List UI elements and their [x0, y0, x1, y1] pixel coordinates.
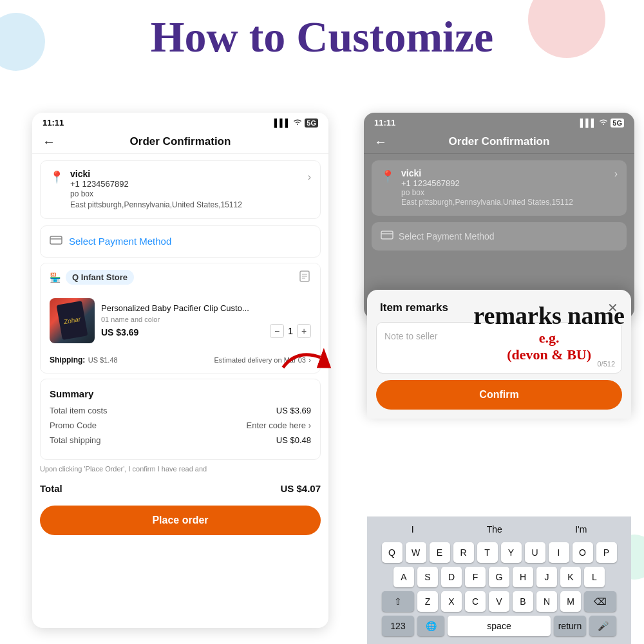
right-customer-phone: +1 1234567892 — [401, 178, 614, 188]
qty-value: 1 — [288, 326, 293, 336]
remarks-confirm-button[interactable]: Confirm — [376, 380, 622, 410]
right-payment-label: Select Payment Method — [399, 231, 495, 242]
disclaimer-text: Upon clicking 'Place Order', I confirm I… — [40, 465, 321, 473]
suggestion-the[interactable]: The — [480, 522, 509, 537]
qty-increase-button[interactable]: + — [297, 324, 311, 338]
key-q[interactable]: Q — [382, 542, 402, 563]
key-c[interactable]: C — [465, 591, 486, 612]
left-back-button[interactable]: ← — [43, 135, 55, 149]
left-status-icons: ▌▌▌ 5G — [274, 118, 318, 128]
qty-decrease-button[interactable]: − — [270, 324, 284, 338]
payment-icon — [50, 235, 62, 248]
key-globe[interactable]: 🌐 — [417, 616, 444, 636]
place-order-button[interactable]: Place order — [40, 506, 321, 535]
key-k[interactable]: K — [560, 567, 581, 587]
customer-name: vicki — [70, 169, 308, 179]
summary-promo-val[interactable]: Enter code here › — [247, 421, 311, 430]
key-n[interactable]: N — [536, 591, 557, 612]
key-g[interactable]: G — [489, 567, 509, 587]
keyboard-row-3: ⇧ Z X C V B N M ⌫ — [370, 591, 629, 612]
keyboard-row-2: A S D F G H J K L — [370, 567, 629, 587]
address-section[interactable]: 📍 vicki +1 1234567892 po box East pittsb… — [40, 160, 321, 219]
key-z[interactable]: Z — [417, 591, 438, 612]
product-img-label: Zohar — [57, 301, 88, 340]
payment-section[interactable]: Select Payment Method — [40, 225, 321, 258]
quantity-control[interactable]: − 1 + — [270, 324, 311, 338]
key-u[interactable]: U — [525, 542, 545, 563]
location-icon: 📍 — [50, 170, 64, 184]
suggestion-i[interactable]: I — [405, 522, 421, 537]
page-title: How to Customize — [151, 12, 494, 62]
key-shift[interactable]: ⇧ — [382, 591, 414, 612]
right-location-icon: 📍 — [381, 169, 395, 184]
key-l[interactable]: L — [584, 567, 605, 587]
summary-item-costs-val: US $3.69 — [276, 406, 311, 415]
key-b[interactable]: B — [513, 591, 533, 612]
right-status-bar: 11:11 ▌▌▌ 5G — [364, 113, 634, 130]
right-status-icons: ▌▌▌ 5G — [580, 118, 624, 128]
key-w[interactable]: W — [406, 542, 426, 563]
keyboard-bottom-row: 123 🌐 space return 🎤 — [370, 616, 629, 636]
key-m[interactable]: M — [560, 591, 581, 612]
note-icon[interactable] — [298, 270, 311, 285]
key-return[interactable]: return — [554, 616, 586, 636]
key-d[interactable]: D — [441, 567, 462, 587]
left-status-bar: 11:11 ▌▌▌ 5G — [32, 113, 328, 130]
summary-title: Summary — [50, 388, 311, 399]
key-h[interactable]: H — [513, 567, 533, 587]
right-signal-icon: ▌▌▌ — [580, 118, 597, 128]
key-r[interactable]: R — [453, 542, 474, 563]
key-f[interactable]: F — [465, 567, 486, 587]
right-customer-name: vicki — [401, 168, 614, 178]
svg-rect-6 — [381, 231, 393, 239]
right-back-button[interactable]: ← — [374, 135, 387, 149]
key-mic[interactable]: 🎤 — [589, 616, 616, 636]
right-time: 11:11 — [374, 118, 395, 128]
key-v[interactable]: V — [489, 591, 509, 612]
right-payment-icon — [381, 230, 393, 243]
store-icon: 🏪 — [50, 272, 61, 283]
keyboard-suggestions: I The I'm — [370, 522, 629, 537]
bg-decoration-pink — [528, 0, 605, 58]
customer-city: East pittsburgh,Pennsylvania,United Stat… — [70, 200, 308, 211]
key-t[interactable]: T — [477, 542, 498, 563]
key-backspace[interactable]: ⌫ — [584, 591, 616, 612]
key-i[interactable]: I — [549, 542, 569, 563]
address-chevron: › — [308, 171, 311, 183]
key-num[interactable]: 123 — [382, 616, 414, 636]
summary-item-costs-label: Total item costs — [50, 406, 108, 415]
key-p[interactable]: P — [596, 542, 617, 563]
summary-shipping-label: Total shipping — [50, 435, 101, 445]
key-x[interactable]: X — [441, 591, 462, 612]
suggestion-im[interactable]: I'm — [569, 522, 593, 537]
summary-promo[interactable]: Promo Code Enter code here › — [50, 421, 311, 430]
right-address-info: vicki +1 1234567892 po box East pittsbur… — [401, 168, 614, 208]
key-j[interactable]: J — [536, 567, 557, 587]
product-image: Zohar — [50, 298, 95, 343]
bg-decoration-blue — [0, 13, 45, 71]
left-nav-bar: ← Order Confirmation — [32, 130, 328, 154]
key-s[interactable]: S — [417, 567, 438, 587]
right-nav-bar: ← Order Confirmation — [364, 130, 634, 154]
total-row: Total US $4.07 — [32, 477, 328, 500]
product-row: Zohar Personalized Baby Pacifier Clip Cu… — [41, 292, 320, 350]
key-o[interactable]: O — [573, 542, 593, 563]
right-phone-screen: 11:11 ▌▌▌ 5G ← Order Confirmation 📍 vick… — [364, 113, 634, 319]
store-header: 🏪 Q Infant Store — [41, 263, 320, 292]
right-network-icon: 5G — [611, 118, 624, 128]
store-name-box: 🏪 Q Infant Store — [50, 270, 134, 285]
key-e[interactable]: E — [430, 542, 450, 563]
summary-promo-label: Promo Code — [50, 421, 97, 430]
store-name: Q Infant Store — [66, 270, 134, 285]
total-label: Total — [40, 483, 62, 494]
summary-section: Summary Total item costs US $3.69 Promo … — [40, 379, 321, 460]
customer-phone: +1 1234567892 — [70, 179, 308, 189]
right-address-chevron: › — [614, 168, 618, 180]
total-amount: US $4.07 — [280, 483, 321, 494]
key-y[interactable]: Y — [501, 542, 522, 563]
shipping-label: Shipping: — [50, 355, 85, 365]
key-a[interactable]: A — [393, 567, 414, 587]
key-space[interactable]: space — [448, 616, 551, 636]
customer-street: po box — [70, 189, 308, 200]
summary-shipping-val: US $0.48 — [276, 435, 311, 445]
